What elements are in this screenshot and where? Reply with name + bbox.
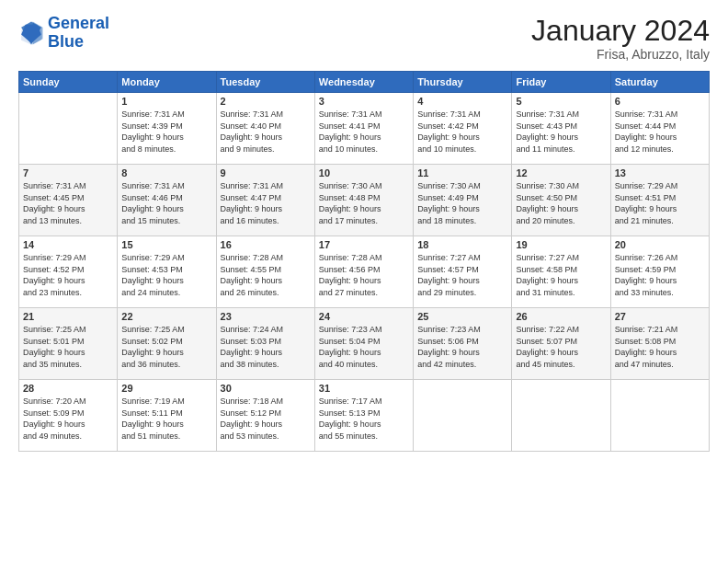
day-info: Sunrise: 7:23 AM Sunset: 5:04 PM Dayligh… — [319, 324, 409, 370]
calendar-cell: 16Sunrise: 7:28 AM Sunset: 4:55 PM Dayli… — [216, 236, 314, 308]
day-info: Sunrise: 7:27 AM Sunset: 4:58 PM Dayligh… — [516, 252, 606, 298]
day-number: 30 — [221, 383, 311, 394]
day-info: Sunrise: 7:30 AM Sunset: 4:49 PM Dayligh… — [417, 180, 507, 226]
weekday-header-friday: Friday — [512, 72, 610, 93]
day-number: 28 — [23, 383, 113, 394]
day-info: Sunrise: 7:20 AM Sunset: 5:09 PM Dayligh… — [23, 396, 113, 442]
calendar-cell: 11Sunrise: 7:30 AM Sunset: 4:49 PM Dayli… — [414, 165, 512, 236]
day-number: 13 — [615, 167, 705, 178]
day-number: 11 — [417, 167, 507, 178]
day-number: 15 — [121, 239, 211, 250]
day-info: Sunrise: 7:31 AM Sunset: 4:39 PM Dayligh… — [121, 109, 211, 155]
calendar-cell: 26Sunrise: 7:22 AM Sunset: 5:07 PM Dayli… — [512, 308, 610, 380]
day-number: 1 — [121, 96, 211, 107]
calendar-cell: 28Sunrise: 7:20 AM Sunset: 5:09 PM Dayli… — [19, 380, 118, 452]
day-info: Sunrise: 7:18 AM Sunset: 5:12 PM Dayligh… — [221, 396, 311, 442]
day-info: Sunrise: 7:30 AM Sunset: 4:48 PM Dayligh… — [319, 180, 409, 226]
day-info: Sunrise: 7:23 AM Sunset: 5:06 PM Dayligh… — [417, 324, 507, 370]
day-number: 16 — [221, 239, 311, 250]
weekday-header-row: SundayMondayTuesdayWednesdayThursdayFrid… — [19, 72, 710, 93]
calendar-cell: 7Sunrise: 7:31 AM Sunset: 4:45 PM Daylig… — [19, 165, 118, 236]
day-number: 5 — [516, 96, 606, 107]
day-info: Sunrise: 7:24 AM Sunset: 5:03 PM Dayligh… — [221, 324, 311, 370]
weekday-header-saturday: Saturday — [610, 72, 709, 93]
calendar-cell: 18Sunrise: 7:27 AM Sunset: 4:57 PM Dayli… — [414, 236, 512, 308]
calendar-cell: 27Sunrise: 7:21 AM Sunset: 5:08 PM Dayli… — [610, 308, 709, 380]
day-info: Sunrise: 7:31 AM Sunset: 4:47 PM Dayligh… — [221, 180, 311, 226]
logo-line2: Blue — [48, 32, 84, 51]
month-year: January 2024 — [531, 15, 710, 47]
day-number: 8 — [121, 167, 211, 178]
week-row-3: 14Sunrise: 7:29 AM Sunset: 4:52 PM Dayli… — [19, 236, 710, 308]
calendar-cell — [19, 93, 118, 165]
day-info: Sunrise: 7:21 AM Sunset: 5:08 PM Dayligh… — [615, 324, 705, 370]
weekday-header-sunday: Sunday — [19, 72, 118, 93]
calendar-cell: 3Sunrise: 7:31 AM Sunset: 4:41 PM Daylig… — [314, 93, 413, 165]
day-info: Sunrise: 7:29 AM Sunset: 4:51 PM Dayligh… — [615, 180, 705, 226]
calendar-cell: 2Sunrise: 7:31 AM Sunset: 4:40 PM Daylig… — [216, 93, 314, 165]
day-number: 26 — [516, 311, 606, 322]
calendar-cell: 23Sunrise: 7:24 AM Sunset: 5:03 PM Dayli… — [216, 308, 314, 380]
day-number: 20 — [615, 239, 705, 250]
weekday-header-monday: Monday — [118, 72, 216, 93]
calendar-cell: 30Sunrise: 7:18 AM Sunset: 5:12 PM Dayli… — [216, 380, 314, 452]
day-info: Sunrise: 7:31 AM Sunset: 4:45 PM Dayligh… — [23, 180, 113, 226]
day-number: 17 — [319, 239, 409, 250]
calendar-cell: 17Sunrise: 7:28 AM Sunset: 4:56 PM Dayli… — [314, 236, 413, 308]
page: General Blue January 2024 Frisa, Abruzzo… — [0, 0, 728, 563]
day-number: 6 — [615, 96, 705, 107]
day-info: Sunrise: 7:27 AM Sunset: 4:57 PM Dayligh… — [417, 252, 507, 298]
calendar-cell: 15Sunrise: 7:29 AM Sunset: 4:53 PM Dayli… — [118, 236, 216, 308]
day-number: 18 — [417, 239, 507, 250]
calendar-cell: 6Sunrise: 7:31 AM Sunset: 4:44 PM Daylig… — [610, 93, 709, 165]
header: General Blue January 2024 Frisa, Abruzzo… — [18, 15, 710, 62]
day-number: 24 — [319, 311, 409, 322]
day-info: Sunrise: 7:19 AM Sunset: 5:11 PM Dayligh… — [121, 396, 211, 442]
calendar-cell: 21Sunrise: 7:25 AM Sunset: 5:01 PM Dayli… — [19, 308, 118, 380]
day-number: 3 — [319, 96, 409, 107]
week-row-4: 21Sunrise: 7:25 AM Sunset: 5:01 PM Dayli… — [19, 308, 710, 380]
calendar-cell: 19Sunrise: 7:27 AM Sunset: 4:58 PM Dayli… — [512, 236, 610, 308]
day-number: 21 — [23, 311, 113, 322]
logo-text: General Blue — [48, 15, 109, 52]
day-info: Sunrise: 7:30 AM Sunset: 4:50 PM Dayligh… — [516, 180, 606, 226]
day-info: Sunrise: 7:31 AM Sunset: 4:40 PM Dayligh… — [221, 109, 311, 155]
day-number: 19 — [516, 239, 606, 250]
day-number: 22 — [121, 311, 211, 322]
calendar-cell — [414, 380, 512, 452]
calendar-cell: 25Sunrise: 7:23 AM Sunset: 5:06 PM Dayli… — [414, 308, 512, 380]
day-info: Sunrise: 7:17 AM Sunset: 5:13 PM Dayligh… — [319, 396, 409, 442]
day-number: 25 — [417, 311, 507, 322]
calendar-cell: 9Sunrise: 7:31 AM Sunset: 4:47 PM Daylig… — [216, 165, 314, 236]
calendar-cell: 4Sunrise: 7:31 AM Sunset: 4:42 PM Daylig… — [414, 93, 512, 165]
calendar-cell: 10Sunrise: 7:30 AM Sunset: 4:48 PM Dayli… — [314, 165, 413, 236]
day-number: 14 — [23, 239, 113, 250]
day-number: 10 — [319, 167, 409, 178]
calendar-cell: 8Sunrise: 7:31 AM Sunset: 4:46 PM Daylig… — [118, 165, 216, 236]
day-number: 2 — [221, 96, 311, 107]
calendar-cell: 1Sunrise: 7:31 AM Sunset: 4:39 PM Daylig… — [118, 93, 216, 165]
day-info: Sunrise: 7:25 AM Sunset: 5:01 PM Dayligh… — [23, 324, 113, 370]
calendar-cell: 12Sunrise: 7:30 AM Sunset: 4:50 PM Dayli… — [512, 165, 610, 236]
day-info: Sunrise: 7:31 AM Sunset: 4:42 PM Dayligh… — [417, 109, 507, 155]
calendar-cell: 22Sunrise: 7:25 AM Sunset: 5:02 PM Dayli… — [118, 308, 216, 380]
day-info: Sunrise: 7:25 AM Sunset: 5:02 PM Dayligh… — [121, 324, 211, 370]
week-row-5: 28Sunrise: 7:20 AM Sunset: 5:09 PM Dayli… — [19, 380, 710, 452]
day-number: 9 — [221, 167, 311, 178]
calendar-cell: 31Sunrise: 7:17 AM Sunset: 5:13 PM Dayli… — [314, 380, 413, 452]
logo-line1: General — [48, 14, 109, 32]
week-row-1: 1Sunrise: 7:31 AM Sunset: 4:39 PM Daylig… — [19, 93, 710, 165]
day-info: Sunrise: 7:31 AM Sunset: 4:44 PM Dayligh… — [615, 109, 705, 155]
day-info: Sunrise: 7:28 AM Sunset: 4:55 PM Dayligh… — [221, 252, 311, 298]
day-number: 27 — [615, 311, 705, 322]
weekday-header-tuesday: Tuesday — [216, 72, 314, 93]
calendar-cell: 20Sunrise: 7:26 AM Sunset: 4:59 PM Dayli… — [610, 236, 709, 308]
day-info: Sunrise: 7:31 AM Sunset: 4:43 PM Dayligh… — [516, 109, 606, 155]
logo: General Blue — [18, 15, 109, 52]
day-info: Sunrise: 7:28 AM Sunset: 4:56 PM Dayligh… — [319, 252, 409, 298]
day-info: Sunrise: 7:31 AM Sunset: 4:46 PM Dayligh… — [121, 180, 211, 226]
calendar-cell: 29Sunrise: 7:19 AM Sunset: 5:11 PM Dayli… — [118, 380, 216, 452]
weekday-header-thursday: Thursday — [414, 72, 512, 93]
week-row-2: 7Sunrise: 7:31 AM Sunset: 4:45 PM Daylig… — [19, 165, 710, 236]
weekday-header-wednesday: Wednesday — [314, 72, 413, 93]
